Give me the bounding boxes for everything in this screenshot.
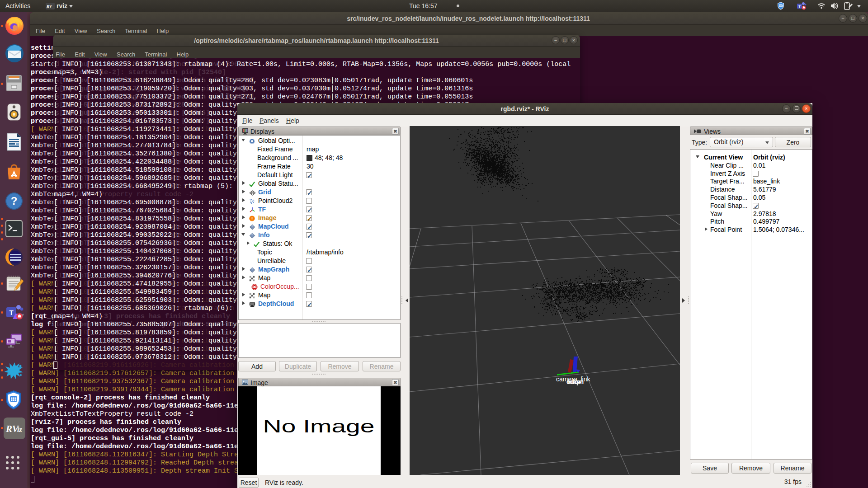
svg-text:?: ? (11, 195, 18, 207)
svg-text:iz: iz (17, 426, 22, 433)
svg-text:T: T (798, 5, 801, 9)
svg-text:RV: RV (46, 4, 52, 9)
svg-text:T: T (9, 309, 13, 316)
